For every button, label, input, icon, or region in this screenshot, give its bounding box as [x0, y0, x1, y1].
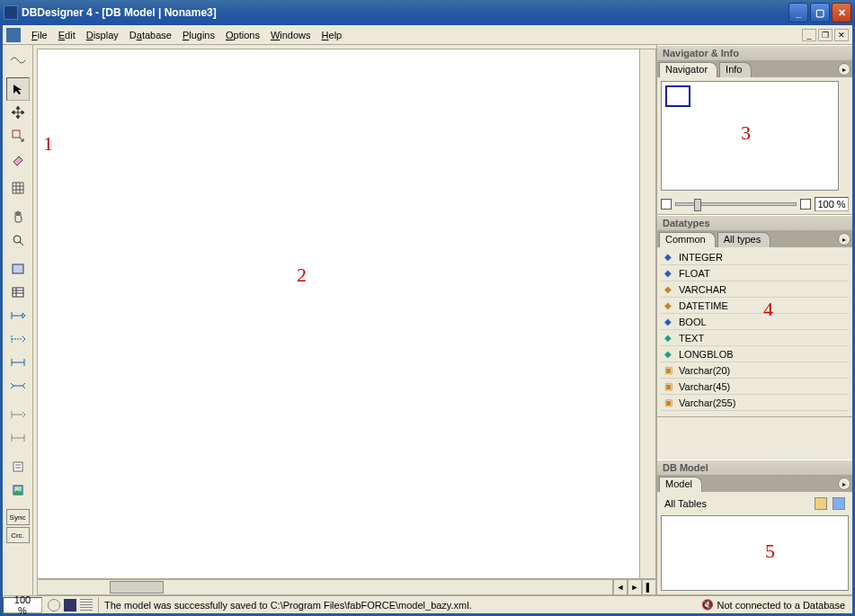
menu-windows[interactable]: Windows	[265, 28, 316, 42]
maximize-button[interactable]: ▢	[810, 3, 830, 22]
datatype-icon: ◆	[661, 332, 675, 344]
status-icon-lines[interactable]	[80, 599, 93, 612]
datatype-item[interactable]: ▣Varchar(45)	[661, 379, 849, 395]
datatypes-title: Datatypes	[657, 215, 852, 231]
menu-file[interactable]: File	[26, 28, 53, 42]
status-icon-save[interactable]	[64, 599, 76, 612]
tab-alltypes[interactable]: All types	[717, 232, 771, 247]
scroll-end-button[interactable]: ▌	[642, 579, 656, 595]
tool-rel-1n-icon[interactable]	[6, 304, 30, 327]
canvas-area: 1 2 ◄ ► ▌	[33, 45, 656, 595]
tool-sync-button[interactable]: Sync	[6, 509, 30, 525]
menu-options[interactable]: Options	[220, 28, 265, 42]
svg-rect-0	[13, 130, 20, 138]
datatype-icon: ◆	[661, 267, 675, 280]
tool-pointer-icon[interactable]	[6, 77, 30, 101]
tool-rel-1n-b-icon[interactable]	[6, 327, 30, 351]
tables-list[interactable]: 5	[661, 515, 849, 591]
mdi-restore-button[interactable]: ❐	[818, 29, 833, 41]
tool-design-mode-icon[interactable]	[6, 49, 30, 72]
tool-table-icon[interactable]	[6, 281, 30, 304]
status-zoom[interactable]: 100 %	[3, 597, 42, 613]
menu-help[interactable]: Help	[316, 28, 348, 42]
horizontal-scrollbar[interactable]: ◄ ► ▌	[37, 579, 656, 595]
toolbox: Sync Crc.	[3, 45, 33, 595]
tool-rel-nm-icon[interactable]	[6, 374, 30, 397]
tab-info[interactable]: Info	[719, 62, 752, 77]
tool-grid-icon[interactable]	[6, 176, 30, 200]
tool-resize-icon[interactable]	[6, 124, 30, 147]
datatype-item[interactable]: ◆LONGBLOB	[661, 346, 849, 362]
navigator-viewport[interactable]	[665, 85, 690, 107]
tool-rel-11-weak-icon[interactable]	[6, 426, 30, 450]
menu-plugins[interactable]: Plugins	[177, 28, 220, 42]
svg-rect-4	[13, 462, 22, 471]
tool-image-icon[interactable]	[6, 478, 30, 502]
navigator-panel: Navigator & Info Navigator Info ▸ 3 100 …	[657, 45, 852, 215]
tab-model[interactable]: Model	[659, 477, 702, 492]
datatype-icon: ◆	[661, 283, 675, 296]
menu-display[interactable]: Display	[81, 28, 124, 42]
datatype-item[interactable]: ◆FLOAT	[661, 265, 849, 281]
menu-bar: File Edit Display Database Plugins Optio…	[3, 25, 852, 45]
panel-menu-icon[interactable]: ▸	[838, 478, 851, 490]
app-icon	[4, 5, 18, 20]
annotation-5: 5	[765, 540, 775, 563]
tool-rel-1n-weak-icon[interactable]	[6, 403, 30, 426]
tool-erase-icon[interactable]	[6, 147, 30, 171]
status-icon-disk[interactable]	[48, 599, 60, 612]
model-canvas[interactable]: 1 2	[37, 49, 656, 579]
annotation-3: 3	[741, 121, 751, 145]
datatype-icon: ▣	[661, 380, 675, 393]
datatype-item[interactable]: ◆DATETIME	[661, 298, 849, 314]
datatype-item[interactable]: ▣Varchar(20)	[661, 362, 849, 379]
system-menu-icon[interactable]	[6, 28, 21, 42]
title-bar: DBDesigner 4 - [DB Model | Noname3] _ ▢ …	[0, 0, 855, 25]
tool-hand-icon[interactable]	[6, 205, 30, 228]
annotation-1: 1	[43, 132, 53, 156]
scroll-right-button[interactable]: ►	[628, 579, 642, 595]
tool-move-icon[interactable]	[6, 101, 30, 124]
scroll-left-button[interactable]: ◄	[613, 579, 628, 595]
svg-rect-2	[13, 264, 23, 273]
datatype-icon: ▣	[661, 397, 675, 409]
canvas-right-strip	[639, 49, 655, 578]
tool-crc-button[interactable]: Crc.	[6, 527, 30, 543]
close-button[interactable]: ✕	[832, 3, 851, 22]
datatype-item[interactable]: ▣Varchar(255)	[661, 395, 849, 411]
svg-rect-3	[13, 288, 23, 297]
status-bar: 100 % The model was successfully saved t…	[3, 595, 852, 613]
menu-database[interactable]: Database	[124, 28, 177, 42]
window-title: DBDesigner 4 - [DB Model | Noname3]	[22, 6, 788, 19]
datatype-item[interactable]: ◆BOOL	[661, 314, 849, 330]
status-connection: Not connected to a Database	[717, 600, 845, 611]
tool-zoom-icon[interactable]	[6, 228, 30, 252]
new-table-icon[interactable]	[815, 497, 827, 510]
datatypes-panel: Datatypes Common All types ▸ ◆INTEGER ◆F…	[657, 215, 852, 417]
panel-menu-icon[interactable]: ▸	[838, 233, 851, 246]
annotation-2: 2	[297, 263, 307, 287]
datatype-item[interactable]: ◆INTEGER	[661, 249, 849, 265]
datatype-item[interactable]: ◆TEXT	[661, 330, 849, 346]
navigator-view[interactable]: 3	[661, 81, 839, 191]
tab-navigator[interactable]: Navigator	[659, 62, 717, 77]
minimize-button[interactable]: _	[788, 3, 808, 22]
delete-table-icon[interactable]	[833, 497, 845, 510]
svg-point-1	[13, 236, 21, 243]
zoom-slider-thumb[interactable]	[694, 199, 701, 211]
tool-region-icon[interactable]	[6, 257, 30, 281]
tool-note-icon[interactable]	[6, 455, 30, 478]
datatype-icon: ◆	[661, 251, 675, 263]
scrollbar-thumb[interactable]	[110, 581, 164, 594]
zoom-slider[interactable]	[675, 202, 797, 206]
panel-menu-icon[interactable]: ▸	[838, 63, 851, 76]
zoom-in-icon[interactable]	[800, 199, 811, 210]
zoom-value[interactable]: 100 %	[815, 197, 849, 211]
mdi-minimize-button[interactable]: _	[802, 29, 816, 41]
tool-rel-11-icon[interactable]	[6, 351, 30, 374]
tab-common[interactable]: Common	[659, 232, 716, 247]
menu-edit[interactable]: Edit	[53, 28, 81, 42]
zoom-out-icon[interactable]	[661, 199, 672, 210]
datatype-item[interactable]: ◆VARCHAR	[661, 281, 849, 298]
mdi-close-button[interactable]: ✕	[834, 29, 849, 41]
